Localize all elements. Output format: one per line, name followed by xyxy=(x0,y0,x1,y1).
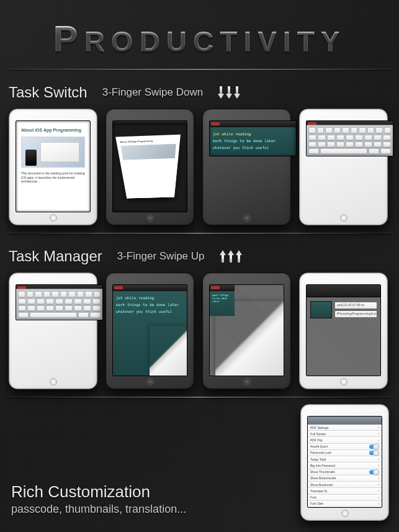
ipad-switch-1: About iOS App Programming This document … xyxy=(9,109,97,225)
arrow-down-icon xyxy=(218,86,240,99)
ipad-manager-4: pad123.45.67.89.txt iPhoneAppProgramming… xyxy=(299,273,388,389)
settings-row: Big Info Password› xyxy=(308,462,382,469)
settings-row: Passcode Lock xyxy=(308,450,382,456)
keyboard-icon xyxy=(307,125,393,156)
toggle-icon xyxy=(369,451,379,455)
arrow-up-icon xyxy=(220,250,242,263)
section-gesture-switch: 3-Finger Swipe Down xyxy=(102,86,204,99)
toggle-icon xyxy=(369,444,379,449)
settings-row: Font› xyxy=(308,495,382,501)
divider xyxy=(7,69,392,70)
taskmgr-header xyxy=(307,285,380,297)
ipad-settings: PDF Settings› Full Screen› PDF Flip› Aut… xyxy=(300,404,389,521)
settings-row: Full Screen› xyxy=(308,431,382,437)
divider xyxy=(7,233,392,234)
taskmgr-file-label-2: iPhoneAppProgrammingGuide.pdf xyxy=(335,311,377,317)
settings-row: Autofit Zoom xyxy=(308,444,382,450)
ipad-switch-3: jot while reading mark things to be done… xyxy=(202,109,291,225)
home-button-icon xyxy=(146,214,154,222)
home-button-icon xyxy=(243,378,251,385)
section-title-manager: Task Manager xyxy=(9,248,102,265)
settings-row: Show Bookmark› xyxy=(308,482,382,488)
home-button-icon xyxy=(341,510,349,517)
home-button-icon xyxy=(50,378,57,385)
settings-row: Show Thumbnails xyxy=(308,469,382,476)
section-title-switch: Task Switch xyxy=(9,84,87,101)
doc-heading: About iOS App Programming xyxy=(21,127,85,133)
settings-row: Font Size› xyxy=(308,501,382,507)
home-button-icon xyxy=(50,214,57,222)
toggle-icon xyxy=(369,470,379,474)
section-task-switch: Task Switch 3-Finger Swipe Down About iO… xyxy=(0,75,399,228)
ipad-manager-3: mark things to be done later xyxy=(202,273,291,389)
rich-title: Rich Customization xyxy=(11,482,186,502)
settings-row: Translate To› xyxy=(308,488,382,494)
settings-row: PDF Flip› xyxy=(308,437,382,443)
settings-row: Today Total› xyxy=(308,456,382,462)
ipad-switch-4: jot while reading mark things to be done… xyxy=(299,109,388,225)
divider xyxy=(7,397,392,398)
settings-nav xyxy=(308,417,382,425)
home-button-icon xyxy=(243,214,251,222)
page-title: Productivity xyxy=(0,0,399,64)
rich-subtitle: passcode, thumbnails, translation... xyxy=(11,503,186,516)
taskmgr-file-label: pad123.45.67.89.txt xyxy=(335,302,377,309)
ipad-switch-2: About iOS App Programming xyxy=(105,109,194,225)
rich-customization-text: Rich Customization passcode, thumbnails,… xyxy=(11,482,186,516)
ipad-manager-2: jot while reading mark things to be done… xyxy=(105,273,194,389)
ipad-manager-1: jot while reading mark things to be done… xyxy=(9,273,97,389)
section-task-manager: Task Manager 3-Finger Swipe Up jot while… xyxy=(0,239,399,392)
settings-row: PDF Settings› xyxy=(308,425,382,431)
section-gesture-manager: 3-Finger Swipe Up xyxy=(117,250,205,263)
settings-row: Show Bottomscale› xyxy=(308,476,382,482)
home-button-icon xyxy=(146,378,154,385)
home-button-icon xyxy=(340,378,347,385)
home-button-icon xyxy=(340,214,347,222)
taskmgr-thumbnail xyxy=(310,301,332,318)
